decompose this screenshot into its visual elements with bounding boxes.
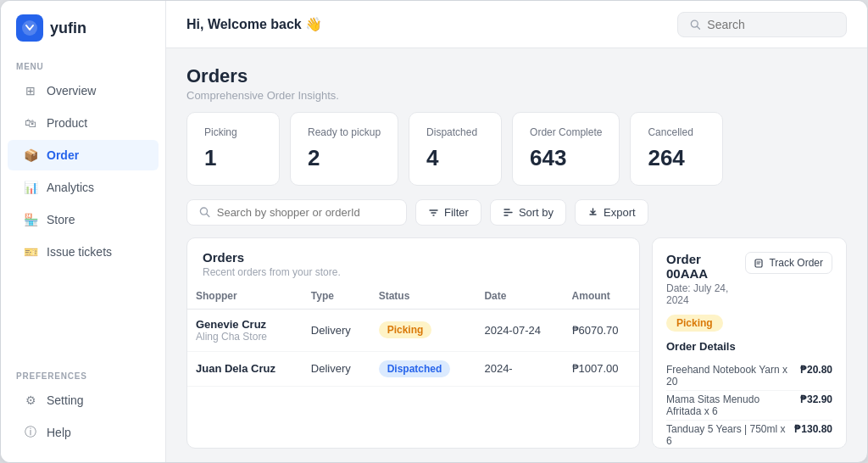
orders-header: Orders Comprehensive Order Insights. — [166, 48, 867, 112]
cell-shopper: Genevie Cruz Aling Cha Store — [187, 309, 303, 351]
stat-value: 264 — [648, 145, 705, 171]
sidebar-item-setting[interactable]: ⚙ Setting — [8, 385, 159, 416]
main-content: Hi, Welcome back 👋 Orders Comprehensive … — [166, 1, 867, 462]
order-item-name: Mama Sitas Menudo Afritada x 6 — [666, 393, 795, 417]
sort-button[interactable]: Sort by — [490, 199, 566, 226]
topbar: Hi, Welcome back 👋 — [166, 1, 867, 48]
search-input[interactable] — [707, 18, 834, 31]
stat-card-picking: Picking 1 — [186, 112, 280, 186]
col-shopper: Shopper — [187, 283, 303, 310]
cell-date: 2024- — [476, 351, 563, 386]
sidebar-item-product[interactable]: 🛍 Product — [8, 108, 159, 138]
order-item-name: Freehand Notebook Yarn x 20 — [666, 364, 795, 388]
shopper-name: Juan Dela Cruz — [196, 362, 294, 375]
orders-table: Shopper Type Status Date Amount Genevie … — [187, 283, 639, 387]
orders-table-subtitle: Recent orders from your store. — [203, 266, 624, 278]
stat-label: Cancelled — [648, 126, 705, 140]
order-item: Mama Sitas Menudo Afritada x 6 ₱32.90 — [666, 391, 832, 421]
stat-card-cancelled: Cancelled 264 — [630, 112, 723, 186]
orders-table-header: Orders Recent orders from your store. — [187, 238, 639, 283]
sidebar-item-label: Order — [47, 148, 79, 162]
order-item-price: ₱32.90 — [800, 393, 832, 405]
sidebar-item-label: Issue tickets — [47, 245, 112, 259]
toolbar: Filter Sort by Export — [166, 199, 867, 237]
sidebar-item-help[interactable]: ⓘ Help — [8, 417, 159, 448]
track-order-button[interactable]: Track Order — [745, 252, 832, 274]
filter-button[interactable]: Filter — [415, 199, 481, 226]
cell-status: Picking — [370, 309, 476, 351]
store-icon: 🏪 — [23, 212, 38, 227]
app-frame: yufin MENU ⊞ Overview 🛍 Product 📦 Order … — [0, 0, 868, 463]
track-icon — [754, 258, 765, 268]
order-search-input[interactable] — [217, 206, 394, 219]
stat-card-ready: Ready to pickup 2 — [290, 112, 398, 186]
logo-text: yufin — [50, 20, 86, 37]
order-status-badge: Picking — [666, 315, 723, 332]
analytics-icon: 📊 — [23, 180, 38, 195]
svg-point-0 — [22, 20, 37, 36]
order-details-label: Order Details — [666, 340, 832, 353]
order-icon: 📦 — [23, 148, 38, 163]
order-item: Tanduay 5 Years | 750ml x 6 ₱130.80 — [666, 421, 832, 449]
track-label: Track Order — [769, 257, 823, 269]
table-row[interactable]: Genevie Cruz Aling Cha Store Delivery Pi… — [187, 309, 639, 351]
orders-subtitle: Comprehensive Order Insights. — [186, 89, 847, 102]
search-icon — [690, 19, 700, 31]
overview-icon: ⊞ — [23, 83, 38, 98]
col-status: Status — [370, 283, 476, 310]
stat-card-dispatched: Dispatched 4 — [409, 112, 502, 186]
search-box[interactable] — [677, 12, 847, 37]
sort-icon — [503, 207, 514, 218]
status-badge: Dispatched — [379, 360, 451, 377]
sidebar-item-label: Setting — [47, 393, 84, 407]
stat-value: 2 — [308, 145, 381, 171]
order-detail-top: Order 00AAA Date: July 24, 2024 Track Or… — [666, 252, 832, 306]
filter-label: Filter — [444, 206, 469, 219]
cell-amount: ₱6070.70 — [564, 309, 639, 351]
export-icon — [587, 207, 598, 218]
table-row[interactable]: Juan Dela Cruz Delivery Dispatched 2024-… — [187, 351, 639, 386]
preferences-section-label: PREFERENCES — [1, 365, 165, 384]
order-item-name: Tanduay 5 Years | 750ml x 6 — [666, 423, 789, 447]
product-icon: 🛍 — [23, 115, 38, 131]
cell-date: 2024-07-24 — [476, 309, 563, 351]
logo-icon — [16, 14, 43, 42]
sidebar-item-overview[interactable]: ⊞ Overview — [8, 75, 159, 106]
logo: yufin — [1, 14, 165, 55]
stat-value: 1 — [204, 145, 262, 171]
lower-section: Orders Recent orders from your store. Sh… — [166, 237, 867, 462]
shopper-store: Aling Cha Store — [196, 331, 294, 343]
status-badge: Picking — [379, 321, 432, 338]
stat-label: Picking — [204, 126, 262, 140]
cell-status: Dispatched — [370, 351, 476, 386]
cell-shopper: Juan Dela Cruz — [187, 351, 303, 386]
sidebar-item-label: Analytics — [47, 181, 94, 194]
cell-amount: ₱1007.00 — [564, 351, 639, 386]
tickets-icon: 🎫 — [23, 244, 38, 259]
search-order-icon — [199, 206, 210, 218]
export-button[interactable]: Export — [575, 199, 648, 226]
sort-label: Sort by — [519, 206, 554, 219]
setting-icon: ⚙ — [23, 393, 38, 408]
content-area: Orders Comprehensive Order Insights. Pic… — [166, 48, 867, 462]
filter-icon — [428, 207, 439, 218]
order-search-box[interactable] — [186, 199, 407, 226]
shopper-name: Genevie Cruz — [196, 318, 294, 331]
sidebar-item-analytics[interactable]: 📊 Analytics — [8, 172, 159, 203]
sidebar-item-store[interactable]: 🏪 Store — [8, 204, 159, 235]
col-date: Date — [476, 283, 563, 310]
menu-section-label: MENU — [1, 55, 165, 75]
sidebar: yufin MENU ⊞ Overview 🛍 Product 📦 Order … — [1, 1, 166, 462]
greeting: Hi, Welcome back 👋 — [186, 16, 322, 32]
sidebar-item-order[interactable]: 📦 Order — [8, 140, 159, 170]
sidebar-item-label: Store — [47, 213, 75, 226]
sidebar-item-issue-tickets[interactable]: 🎫 Issue tickets — [8, 237, 159, 267]
orders-table-card: Orders Recent orders from your store. Sh… — [186, 237, 640, 449]
cell-type: Delivery — [303, 351, 370, 386]
svg-line-2 — [697, 26, 699, 29]
stats-row: Picking 1 Ready to pickup 2 Dispatched 4… — [166, 112, 867, 199]
stat-value: 4 — [426, 145, 484, 171]
order-items-list: Freehand Notebook Yarn x 20 ₱20.80 Mama … — [666, 361, 832, 449]
orders-title: Orders — [186, 65, 847, 87]
stat-label: Order Complete — [530, 126, 602, 140]
